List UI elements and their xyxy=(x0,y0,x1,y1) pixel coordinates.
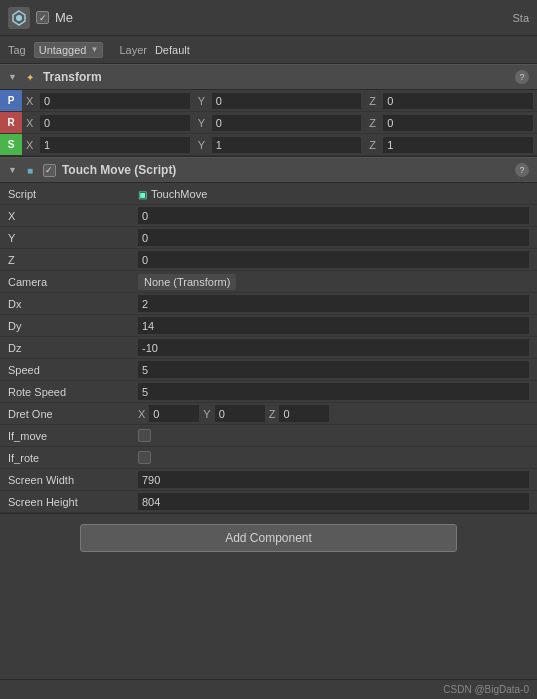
scale-z-input[interactable] xyxy=(383,137,533,153)
transform-title: Transform xyxy=(43,70,509,84)
dz-row: Dz xyxy=(0,337,537,359)
layer-label: Layer xyxy=(119,44,147,56)
z-input[interactable] xyxy=(138,251,529,268)
rotation-y-label: Y xyxy=(198,117,212,129)
position-z-input[interactable] xyxy=(383,93,533,109)
camera-value: None (Transform) xyxy=(138,274,236,290)
dx-row: Dx xyxy=(0,293,537,315)
transform-help-button[interactable]: ? xyxy=(515,70,529,84)
scale-xyz: X Y Z xyxy=(22,137,537,153)
position-row: P X Y Z xyxy=(0,90,537,112)
rotation-z-label: Z xyxy=(369,117,383,129)
speed-label: Speed xyxy=(8,364,138,376)
footer-text: CSDN @BigData-0 xyxy=(443,684,529,695)
script-file-icon: ▣ xyxy=(138,189,147,200)
screen-height-input[interactable] xyxy=(138,493,529,510)
position-y-input[interactable] xyxy=(212,93,362,109)
tag-value: Untagged xyxy=(39,44,87,56)
touch-move-help-button[interactable]: ? xyxy=(515,163,529,177)
rote-speed-label: Rote Speed xyxy=(8,386,138,398)
tag-dropdown[interactable]: Untagged ▼ xyxy=(34,42,104,58)
scale-z-label: Z xyxy=(369,139,383,151)
transform-collapse-arrow[interactable]: ▼ xyxy=(8,72,17,82)
rotation-prefix: R xyxy=(0,112,22,133)
scale-row: S X Y Z xyxy=(0,134,537,156)
rotation-x-label: X xyxy=(26,117,40,129)
y-label: Y xyxy=(8,232,138,244)
object-active-checkbox[interactable] xyxy=(36,11,49,24)
camera-row: Camera None (Transform) xyxy=(0,271,537,293)
scale-x-input[interactable] xyxy=(40,137,190,153)
scale-prefix: S xyxy=(0,134,22,155)
footer: CSDN @BigData-0 xyxy=(0,679,537,699)
dx-label: Dx xyxy=(8,298,138,310)
y-input[interactable] xyxy=(138,229,529,246)
screen-width-label: Screen Width xyxy=(8,474,138,486)
dz-label: Dz xyxy=(8,342,138,354)
position-y-item: Y xyxy=(194,93,366,109)
rotation-z-input[interactable] xyxy=(383,115,533,131)
scale-x-item: X xyxy=(22,137,194,153)
position-prefix: P xyxy=(0,90,22,111)
inspector-panel: Me Sta Tag Untagged ▼ Layer Default ▼ ✦ … xyxy=(0,0,537,699)
scale-x-label: X xyxy=(26,139,40,151)
rotation-z-item: Z xyxy=(365,115,537,131)
scale-y-item: Y xyxy=(194,137,366,153)
script-value: ▣TouchMove xyxy=(138,188,529,200)
dz-input[interactable] xyxy=(138,339,529,356)
if-move-checkbox[interactable] xyxy=(138,429,151,442)
position-z-item: Z xyxy=(365,93,537,109)
rote-speed-row: Rote Speed xyxy=(0,381,537,403)
if-move-label: If_move xyxy=(8,430,138,442)
dy-input[interactable] xyxy=(138,317,529,334)
rote-speed-input[interactable] xyxy=(138,383,529,400)
speed-row: Speed xyxy=(0,359,537,381)
y-row: Y xyxy=(0,227,537,249)
rotation-y-input[interactable] xyxy=(212,115,362,131)
dx-input[interactable] xyxy=(138,295,529,312)
script-label: Script xyxy=(8,188,138,200)
touch-move-title: Touch Move (Script) xyxy=(62,163,509,177)
rotation-y-item: Y xyxy=(194,115,366,131)
touch-move-active-checkbox[interactable] xyxy=(43,164,56,177)
position-x-label: X xyxy=(26,95,40,107)
position-xyz: X Y Z xyxy=(22,93,537,109)
dret-one-x-label: X xyxy=(138,408,145,420)
screen-width-input[interactable] xyxy=(138,471,529,488)
dy-row: Dy xyxy=(0,315,537,337)
speed-input[interactable] xyxy=(138,361,529,378)
scale-y-label: Y xyxy=(198,139,212,151)
dret-one-x-input[interactable] xyxy=(149,405,199,422)
add-component-button[interactable]: Add Component xyxy=(80,524,457,552)
rotation-xyz: X Y Z xyxy=(22,115,537,131)
dy-label: Dy xyxy=(8,320,138,332)
if-rote-row: If_rote xyxy=(0,447,537,469)
transform-section-header: ▼ ✦ Transform ? xyxy=(0,64,537,90)
rotation-x-input[interactable] xyxy=(40,115,190,131)
svg-point-1 xyxy=(16,15,22,21)
tag-dropdown-arrow: ▼ xyxy=(90,45,98,54)
touch-move-collapse-arrow[interactable]: ▼ xyxy=(8,165,17,175)
scale-z-item: Z xyxy=(365,137,537,153)
transform-icon: ✦ xyxy=(23,70,37,84)
position-y-label: Y xyxy=(198,95,212,107)
dret-one-y-label: Y xyxy=(203,408,210,420)
touch-move-section-icon: ■ xyxy=(23,163,37,177)
tag-layer-row: Tag Untagged ▼ Layer Default xyxy=(0,36,537,64)
if-rote-checkbox[interactable] xyxy=(138,451,151,464)
transform-table: P X Y Z R xyxy=(0,90,537,157)
object-icon xyxy=(8,7,30,29)
x-input[interactable] xyxy=(138,207,529,224)
if-move-row: If_move xyxy=(0,425,537,447)
touch-move-properties: Script ▣TouchMove X Y Z Camera None (Tra… xyxy=(0,183,537,514)
dret-one-z-input[interactable] xyxy=(279,405,329,422)
script-row: Script ▣TouchMove xyxy=(0,183,537,205)
z-label: Z xyxy=(8,254,138,266)
object-name: Me xyxy=(55,10,506,25)
scale-y-input[interactable] xyxy=(212,137,362,153)
position-x-input[interactable] xyxy=(40,93,190,109)
position-x-item: X xyxy=(22,93,194,109)
rotation-x-item: X xyxy=(22,115,194,131)
dret-one-xyz: X Y Z xyxy=(138,405,529,422)
dret-one-y-input[interactable] xyxy=(215,405,265,422)
